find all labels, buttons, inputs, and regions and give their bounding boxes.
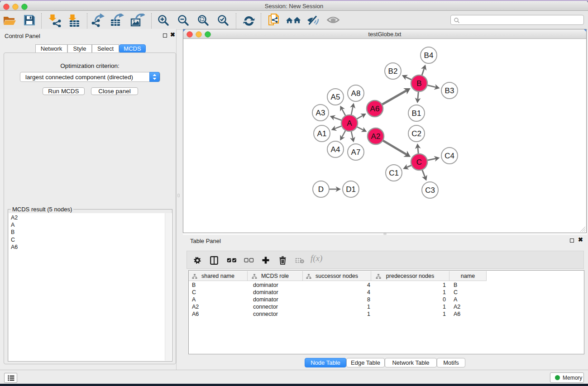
svg-text:A: A [347, 119, 352, 128]
svg-text:A2: A2 [371, 132, 381, 141]
svg-text:A6: A6 [370, 105, 380, 113]
svg-text:D1: D1 [346, 185, 356, 194]
svg-text:A4: A4 [331, 145, 340, 154]
svg-text:C3: C3 [425, 186, 435, 195]
svg-text:C: C [416, 158, 422, 167]
svg-text:D: D [318, 185, 324, 194]
svg-text:A5: A5 [331, 93, 340, 101]
svg-text:B3: B3 [445, 86, 454, 95]
svg-text:A1: A1 [317, 129, 327, 138]
svg-text:A7: A7 [351, 148, 361, 157]
svg-text:B2: B2 [388, 67, 398, 76]
svg-text:B4: B4 [424, 51, 434, 60]
svg-text:B1: B1 [412, 109, 421, 118]
svg-text:A3: A3 [316, 109, 325, 117]
svg-text:A8: A8 [351, 89, 361, 98]
svg-text:C2: C2 [411, 129, 421, 138]
svg-text:C4: C4 [445, 152, 454, 160]
svg-text:C1: C1 [389, 169, 399, 177]
svg-text:B: B [416, 79, 421, 88]
